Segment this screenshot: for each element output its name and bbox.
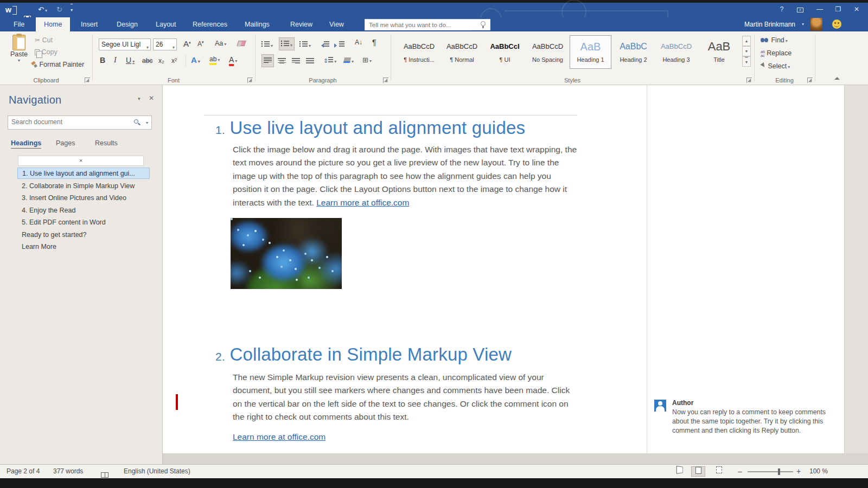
- bold-button[interactable]: B: [100, 56, 105, 65]
- numbering-button[interactable]: ▾: [279, 37, 295, 50]
- user-name[interactable]: Martin Brinkmann: [744, 17, 795, 31]
- print-layout-button[interactable]: [691, 466, 705, 477]
- tab-layout[interactable]: Layout: [148, 17, 184, 31]
- styles-scroll-down-button[interactable]: ▼: [742, 46, 751, 56]
- paste-button[interactable]: Paste ▾: [7, 35, 31, 63]
- flowers-image[interactable]: [231, 218, 342, 289]
- styles-dialog-launcher[interactable]: [746, 78, 752, 83]
- word-count[interactable]: 377 words: [53, 465, 83, 478]
- customize-qat-icon[interactable]: ▾: [71, 4, 73, 15]
- zoom-out-button[interactable]: –: [738, 465, 742, 478]
- italic-button[interactable]: I: [114, 56, 117, 65]
- style-no-spacing[interactable]: AaBbCcDNo Spacing: [527, 35, 569, 69]
- styles-more-button[interactable]: ▼: [742, 56, 751, 67]
- nav-heading-item[interactable]: 2. Collaborate in Simple Markup View: [17, 181, 150, 192]
- style-title[interactable]: AaBTitle: [698, 35, 740, 69]
- help-button[interactable]: ?: [775, 4, 789, 16]
- tab-home[interactable]: Home: [36, 17, 70, 31]
- nav-heading-item[interactable]: 5. Edit PDF content in Word: [17, 217, 150, 228]
- shading-button[interactable]: ▾: [344, 55, 354, 65]
- styles-scroll-up-button[interactable]: ▲: [742, 36, 751, 46]
- zoom-level[interactable]: 100 %: [809, 465, 828, 478]
- undo-icon[interactable]: ↶▾: [38, 5, 47, 16]
- superscript-button[interactable]: x²: [171, 57, 177, 65]
- font-dialog-launcher[interactable]: [247, 78, 253, 83]
- show-marks-button[interactable]: ¶: [372, 38, 376, 47]
- subscript-button[interactable]: x₂: [158, 57, 164, 65]
- style-heading2[interactable]: AaBbCHeading 2: [612, 35, 654, 69]
- find-button[interactable]: Find▾: [761, 36, 788, 44]
- font-color-button[interactable]: A▾: [229, 55, 237, 66]
- increase-indent-button[interactable]: [334, 40, 344, 49]
- underline-button[interactable]: U▾: [126, 56, 135, 65]
- nav-pane-close-icon[interactable]: ✕: [149, 94, 154, 102]
- copy-button[interactable]: Copy: [35, 48, 58, 56]
- style-instructions[interactable]: AaBbCcD¶ Instructi...: [398, 35, 440, 69]
- minimize-button[interactable]: —: [813, 4, 827, 16]
- nav-search-input[interactable]: [8, 116, 117, 128]
- section1-link[interactable]: Learn more at office.com: [316, 198, 409, 207]
- restore-button[interactable]: ❐: [831, 4, 845, 16]
- zoom-slider-track[interactable]: [748, 471, 793, 472]
- shrink-font-button[interactable]: A▾: [197, 40, 204, 48]
- nav-heading-item[interactable]: Learn More: [17, 241, 150, 253]
- revision-change-bar[interactable]: [176, 394, 178, 410]
- change-case-button[interactable]: Aa▾: [215, 40, 226, 47]
- document-page[interactable]: 1.Use live layout and alignment guides C…: [163, 85, 647, 453]
- collapse-ribbon-icon[interactable]: [834, 77, 840, 80]
- paragraph-dialog-launcher[interactable]: [383, 78, 388, 83]
- nav-heading-item[interactable]: 3. Insert Online Pictures and Video: [17, 192, 150, 204]
- read-mode-button[interactable]: [673, 466, 687, 477]
- tab-insert[interactable]: Insert: [73, 17, 106, 31]
- align-left-button[interactable]: [261, 54, 274, 67]
- font-name-combo[interactable]: Segoe UI Ligl▾: [99, 38, 151, 50]
- tab-mailings[interactable]: Mailings: [237, 17, 278, 31]
- cut-button[interactable]: ✂ Cut: [35, 36, 53, 44]
- search-options-caret-icon[interactable]: ▾: [146, 120, 148, 125]
- tab-references[interactable]: References: [184, 17, 235, 31]
- editing-dialog-launcher[interactable]: [807, 78, 813, 83]
- nav-heading-placeholder[interactable]: ✕: [18, 156, 144, 166]
- sort-button[interactable]: A↓: [355, 38, 362, 46]
- feedback-smiley-icon[interactable]: [832, 20, 841, 29]
- format-painter-button[interactable]: Format Painter: [31, 61, 84, 68]
- nav-tab-results[interactable]: Results: [95, 139, 118, 147]
- borders-button[interactable]: ⊞▾: [362, 55, 372, 65]
- bullets-button[interactable]: ▾: [261, 40, 273, 49]
- nav-tab-headings[interactable]: Headings: [11, 139, 41, 149]
- multilevel-list-button[interactable]: ▾: [299, 40, 311, 49]
- zoom-slider-thumb[interactable]: [778, 468, 780, 475]
- tab-file[interactable]: File: [5, 17, 33, 31]
- web-layout-button[interactable]: [712, 466, 726, 477]
- vertical-scrollbar-track[interactable]: [844, 85, 868, 453]
- grow-font-button[interactable]: A▴: [183, 39, 191, 48]
- clipboard-dialog-launcher[interactable]: [85, 78, 90, 83]
- nav-heading-item[interactable]: Ready to get started?: [17, 229, 150, 241]
- tell-me-input[interactable]: [365, 20, 471, 30]
- search-magnifier-icon[interactable]: [134, 119, 138, 124]
- tab-design[interactable]: Design: [108, 17, 146, 31]
- replace-button[interactable]: abac Replace: [761, 49, 792, 57]
- text-effects-button[interactable]: A▾: [191, 55, 200, 65]
- word-app-icon[interactable]: w: [5, 5, 16, 15]
- style-heading1[interactable]: AaBHeading 1: [570, 35, 611, 69]
- language-indicator[interactable]: English (United States): [124, 465, 190, 478]
- tell-me-box[interactable]: [365, 19, 490, 30]
- section2-link[interactable]: Learn more at office.com: [233, 432, 326, 441]
- select-button[interactable]: Select▾: [762, 62, 790, 70]
- nav-heading-item[interactable]: 4. Enjoy the Read: [17, 205, 150, 216]
- tab-review[interactable]: Review: [282, 17, 321, 31]
- highlight-color-button[interactable]: ab▾: [209, 55, 220, 65]
- style-ui[interactable]: AaBbCcI¶ UI: [484, 35, 526, 69]
- user-avatar[interactable]: [810, 18, 822, 31]
- tab-view[interactable]: View: [321, 17, 352, 31]
- justify-button[interactable]: [306, 56, 314, 66]
- comment-text[interactable]: Now you can reply to a comment to keep c…: [672, 408, 843, 435]
- nav-heading-item[interactable]: 1. Use live layout and alignment gui...: [17, 168, 150, 179]
- zoom-in-button[interactable]: +: [796, 465, 801, 478]
- user-menu-caret-icon[interactable]: ▾: [802, 22, 804, 27]
- style-normal[interactable]: AaBbCcD¶ Normal: [441, 35, 483, 69]
- nav-pane-options-caret-icon[interactable]: ▾: [138, 96, 141, 101]
- align-right-button[interactable]: [292, 56, 300, 66]
- align-center-button[interactable]: [278, 56, 286, 66]
